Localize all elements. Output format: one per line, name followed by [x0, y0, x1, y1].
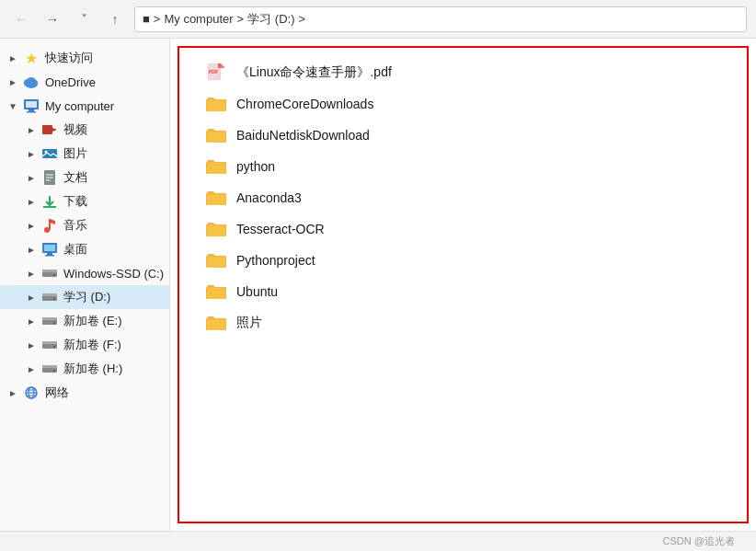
dropdown-button[interactable]: ˅ [72, 7, 96, 31]
svg-point-29 [53, 298, 55, 300]
expand-arrow-documents: ► [22, 173, 40, 183]
sidebar-item-new-h[interactable]: ►新加卷 (H:) [0, 357, 169, 381]
sidebar-item-quick-access[interactable]: ►★快速访问 [0, 46, 169, 70]
svg-text:PDF: PDF [209, 69, 218, 75]
explorer-window: ← → ˅ ↑ ■ > My computer > 学习 (D:) > ►★快速… [0, 0, 756, 551]
file-name-python: python [236, 159, 275, 174]
file-name-pythonproject: Pythonproject [236, 253, 315, 268]
desktop-icon-desktop [40, 240, 59, 258]
svg-rect-34 [42, 341, 57, 344]
folder-file-icon [205, 220, 227, 238]
svg-rect-31 [42, 317, 57, 320]
sidebar-item-my-computer[interactable]: ▼My computer [0, 94, 169, 118]
download-icon [41, 194, 58, 209]
file-item-linux-pdf[interactable]: PDF 《Linux命令速查手册》.pdf [198, 57, 728, 88]
file-item-photos[interactable]: 照片 [198, 307, 728, 339]
sidebar-label-quick-access: 快速访问 [45, 50, 93, 66]
file-name-anaconda: Anaconda3 [236, 190, 302, 205]
address-part1: My computer [164, 12, 233, 26]
folder-icon [206, 127, 226, 143]
drive-icon-new-f [40, 336, 59, 354]
sidebar-label-new-e: 新加卷 (E:) [63, 313, 122, 329]
svg-point-32 [53, 322, 55, 324]
sidebar-item-downloads[interactable]: ►下载 [0, 189, 169, 213]
photo-icon-pictures [40, 144, 59, 163]
sidebar-label-my-computer: My computer [45, 99, 114, 113]
sidebar-label-music: 音乐 [63, 217, 87, 234]
sidebar-label-windows-ssd: Windows-SSD (C:) [63, 267, 164, 281]
drive-icon [41, 315, 58, 327]
file-item-baidu-dl[interactable]: BaiduNetdiskDownload [198, 120, 728, 151]
file-item-ubuntu[interactable]: Ubuntu [198, 276, 728, 307]
sidebar-label-pictures: 图片 [63, 145, 87, 162]
expand-arrow-study-d: ► [22, 293, 40, 303]
file-item-anaconda[interactable]: Anaconda3 [198, 182, 728, 213]
sidebar-item-video[interactable]: ►视频 [0, 118, 169, 142]
expand-arrow-downloads: ► [22, 197, 40, 207]
file-name-ubuntu: Ubuntu [236, 284, 278, 299]
file-name-photos: 照片 [236, 315, 262, 331]
sidebar-item-new-f[interactable]: ►新加卷 (F:) [0, 333, 169, 357]
cloud-icon-onedrive [22, 73, 40, 91]
svg-marker-9 [52, 128, 57, 132]
sidebar-label-study-d: 学习 (D:) [63, 289, 110, 305]
doc-icon-documents [40, 168, 59, 187]
address-sep3: > [298, 12, 305, 26]
sidebar-label-network: 网络 [45, 385, 69, 401]
folder-file-icon [205, 189, 227, 207]
expand-arrow-network: ► [4, 388, 22, 398]
network-icon [23, 385, 40, 400]
drive-icon [41, 267, 58, 280]
folder-file-icon [205, 251, 227, 270]
video-icon [41, 123, 58, 136]
sidebar-item-music[interactable]: ►音乐 [0, 213, 169, 237]
sidebar-item-pictures[interactable]: ►图片 [0, 142, 169, 166]
expand-arrow-music: ► [22, 221, 40, 231]
address-root: ■ [143, 12, 150, 26]
pdf-icon: PDF [207, 63, 225, 83]
folder-icon [206, 158, 226, 175]
file-item-chrome-dl[interactable]: ChromeCoreDownloads [198, 88, 728, 120]
forward-button[interactable]: → [40, 7, 64, 31]
address-sep2: > [237, 12, 245, 26]
folder-file-icon [205, 157, 227, 176]
expand-arrow-video: ► [22, 125, 40, 135]
file-item-tesseract[interactable]: Tesseract-OCR [198, 213, 728, 245]
address-part2: 学习 (D:) [247, 11, 294, 28]
main-area: ►★快速访问►OneDrive▼My computer►视频►图片►文档►下载►… [0, 39, 756, 531]
svg-rect-23 [45, 255, 54, 257]
expand-arrow-onedrive: ► [4, 77, 22, 87]
computer-icon-my-computer [22, 97, 40, 115]
file-item-python[interactable]: python [198, 151, 728, 182]
photo-icon [41, 147, 58, 160]
drive-icon-new-h [40, 360, 59, 378]
sidebar: ►★快速访问►OneDrive▼My computer►视频►图片►文档►下载►… [0, 39, 170, 531]
back-button[interactable]: ← [9, 7, 33, 31]
address-bar[interactable]: ■ > My computer > 学习 (D:) > [134, 6, 747, 32]
up-button[interactable]: ↑ [103, 7, 127, 31]
sidebar-item-documents[interactable]: ►文档 [0, 166, 169, 189]
file-name-baidu-dl: BaiduNetdiskDownload [236, 128, 370, 143]
sidebar-item-desktop[interactable]: ►桌面 [0, 237, 169, 261]
file-item-pythonproject[interactable]: Pythonproject [198, 245, 728, 276]
file-name-linux-pdf: 《Linux命令速查手册》.pdf [236, 64, 392, 81]
drive-icon-windows-ssd [40, 264, 59, 282]
svg-rect-25 [42, 270, 57, 272]
sidebar-item-onedrive[interactable]: ►OneDrive [0, 70, 169, 94]
expand-arrow-desktop: ► [22, 245, 40, 255]
expand-arrow-quick-access: ► [4, 53, 22, 63]
file-name-tesseract: Tesseract-OCR [236, 222, 325, 236]
doc-icon [42, 169, 57, 186]
sidebar-item-new-e[interactable]: ►新加卷 (E:) [0, 309, 169, 333]
sidebar-label-new-h: 新加卷 (H:) [63, 361, 122, 377]
sidebar-item-network[interactable]: ►网络 [0, 381, 169, 405]
folder-icon [206, 283, 226, 300]
sidebar-item-study-d[interactable]: ►学习 (D:) [0, 285, 169, 309]
sidebar-item-windows-ssd[interactable]: ►Windows-SSD (C:) [0, 261, 169, 285]
sidebar-label-downloads: 下载 [63, 193, 87, 210]
drive-icon [41, 339, 58, 351]
statusbar: CSDN @追光者ゞ [0, 531, 756, 551]
drive-icon [41, 291, 58, 304]
sidebar-label-new-f: 新加卷 (F:) [63, 337, 121, 353]
content-inner: PDF 《Linux命令速查手册》.pdf ChromeCoreDownload… [178, 46, 749, 523]
